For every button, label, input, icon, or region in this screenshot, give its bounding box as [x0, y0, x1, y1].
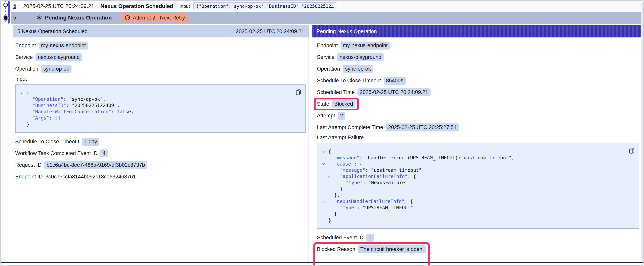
- field-label: Operation: [15, 66, 38, 72]
- field: Operationsync-op-ok: [15, 64, 306, 73]
- event-detail-panels: 5 Nexus Operation Scheduled 2025-02-25 U…: [13, 25, 642, 262]
- field-label: Scheduled Time: [317, 89, 355, 95]
- json-text: : "NexusFailure": [363, 180, 408, 185]
- field-value-badge: nexus-playground: [36, 53, 82, 61]
- json-line: "type": "UPSTREAM_TIMEOUT": [322, 205, 634, 211]
- annotated-field-row: StateBlocked: [317, 100, 355, 108]
- json-line: }: [322, 186, 634, 192]
- field: Scheduled Time2025-02-25 UTC 20:24:09.21: [317, 88, 639, 97]
- json-key: "HandlerWaitForCancellation": [32, 109, 111, 114]
- json-text: : []: [49, 115, 60, 121]
- json-text: }: [340, 186, 343, 192]
- json-key: "Args": [32, 115, 49, 121]
- panel-timestamp: 2025-02-25 UTC 20:24:09.21: [236, 29, 304, 35]
- chevron-down-icon[interactable]: [20, 91, 24, 95]
- field: Schedule To Close Timeout86400s: [317, 76, 639, 85]
- copy-button[interactable]: [628, 147, 635, 154]
- field-row: Servicenexus-playground: [317, 53, 384, 61]
- annotated-field-row: Blocked ReasonThe circuit breaker is ope…: [317, 245, 426, 253]
- field-row: Attempt2: [317, 112, 346, 120]
- field-value-badge: b1c6a4bc-8ee7-468a-9169-df3b02c8737b: [44, 161, 147, 169]
- field-row: Scheduled Event ID5: [317, 234, 374, 242]
- event-id-link[interactable]: 5: [13, 15, 16, 21]
- open-circle-icon: [4, 3, 8, 7]
- field-row: Endpointmy-nexus-endpoint: [317, 42, 390, 50]
- field-label: Last Attempt Failure: [317, 135, 639, 141]
- field: Blocked ReasonThe circuit breaker is ope…: [317, 245, 639, 254]
- event-title: Pending Nexus Operation: [45, 15, 112, 21]
- pending-panel-header: Pending Nexus Operation: [312, 25, 642, 38]
- json-viewer: {"message": "handler error (UPSTREAM_TIM…: [317, 143, 639, 229]
- field-value-badge: my-nexus-endpoint: [39, 42, 88, 50]
- field-label: Scheduled Event ID: [317, 235, 364, 241]
- chevron-down-icon[interactable]: [328, 175, 331, 179]
- chevron-down-icon[interactable]: [322, 162, 326, 166]
- field-row: Workflow Task Completed Event ID4: [15, 149, 108, 157]
- field-label: Blocked Reason: [317, 246, 355, 252]
- json-line: }: [20, 121, 301, 127]
- json-line: "BusinessID": "20250225122409",: [20, 102, 301, 109]
- json-text: : {: [408, 174, 416, 179]
- json-text: : "upstream timeout",: [365, 167, 424, 173]
- field-label: Schedule To Close Timeout: [15, 139, 79, 145]
- json-key: "nexusHandlerFailureInfo": [334, 199, 404, 204]
- pending-operation-panel: Pending Nexus Operation Endpointmy-nexus…: [312, 25, 642, 262]
- field-row: Request IDb1c6a4bc-8ee7-468a-9169-df3b02…: [15, 161, 147, 169]
- window-bottom-edge: [0, 262, 644, 263]
- scheduled-panel-header: 5 Nexus Operation Scheduled 2025-02-25 U…: [13, 25, 308, 38]
- json-key: "type": [346, 180, 363, 185]
- field-label: Service: [15, 54, 33, 60]
- field-value-link[interactable]: 3c0c75ccfa8144b092c13ce632463761: [46, 174, 136, 180]
- field-row: Servicenexus-playground: [15, 53, 82, 61]
- event-timeline: [0, 1, 11, 26]
- field-row: Operationsync-op-ok: [15, 65, 72, 73]
- chevron-down-icon[interactable]: [322, 200, 326, 204]
- json-text: },: [334, 192, 340, 198]
- vertical-scrollbar[interactable]: [641, 3, 643, 260]
- field-value-badge: my-nexus-endpoint: [340, 42, 390, 50]
- field-value-badge: The circuit breaker is open.: [358, 245, 426, 253]
- field-label: Service: [317, 54, 334, 60]
- json-key: "message": [340, 167, 365, 173]
- event-history-view: 5 2025-02-25 UTC 20:24:09.21 Nexus Opera…: [0, 0, 644, 266]
- event-id-link[interactable]: 5: [13, 3, 16, 9]
- event-row-pending[interactable]: 5 Pending Nexus Operation Atte: [11, 12, 644, 24]
- json-line: }: [322, 211, 634, 217]
- field: Workflow Task Completed Event ID4: [15, 149, 306, 158]
- field-label: Endpoint: [317, 43, 338, 49]
- json-line: "message": "handler error (UPSTREAM_TIME…: [322, 155, 634, 161]
- chevron-down-icon[interactable]: [322, 150, 326, 154]
- field-row: Operationsync-op-ok: [317, 65, 373, 73]
- json-key: "applicationFailureInfo": [340, 174, 408, 179]
- field-label: Endpoint ID: [15, 174, 43, 180]
- json-line: "type": "NexusFailure": [322, 180, 634, 186]
- timeline-selection-bar: [8, 1, 10, 24]
- field: Servicenexus-playground: [15, 53, 306, 62]
- copy-button[interactable]: [295, 89, 302, 96]
- field-label: Input: [15, 76, 306, 82]
- field-row: Last Attempt Complete Time2025-02-25 UTC…: [317, 123, 459, 131]
- field-label: Endpoint: [15, 43, 36, 49]
- field: Schedule To Close Timeout1 day: [15, 137, 306, 146]
- field-label: State: [317, 101, 329, 107]
- json-text: : "UPSTREAM_TIMEOUT": [357, 205, 413, 210]
- rotate-cw-icon: [124, 15, 130, 21]
- json-line: }: [322, 217, 634, 223]
- json-line: {: [322, 148, 634, 155]
- field-value-badge: nexus-playground: [337, 53, 384, 61]
- field-label: Workflow Task Completed Event ID: [15, 150, 98, 156]
- field: Endpointmy-nexus-endpoint: [317, 41, 639, 50]
- input-preview-chip[interactable]: {"Operation":"sync-op-ok","BusinessID":"…: [193, 2, 336, 10]
- json-text: : "sync-op-ok",: [63, 97, 106, 102]
- json-line: "applicationFailureInfo": {: [322, 173, 634, 180]
- field-label: Request ID: [15, 162, 42, 168]
- json-text: }: [26, 122, 29, 127]
- json-line: "HandlerWaitForCancellation": false,: [20, 109, 301, 115]
- json-key: "Operation": [32, 97, 63, 102]
- field-row: Endpoint ID3c0c75ccfa8144b092c13ce632463…: [15, 174, 136, 180]
- event-row-scheduled[interactable]: 5 2025-02-25 UTC 20:24:09.21 Nexus Opera…: [11, 1, 642, 12]
- field-label: Schedule To Close Timeout: [317, 78, 381, 84]
- field-value-badge: 1 day: [82, 138, 100, 146]
- json-text: : {: [404, 199, 413, 204]
- field-value-badge: 2025-02-25 UTC 20:24:09.21: [358, 88, 430, 96]
